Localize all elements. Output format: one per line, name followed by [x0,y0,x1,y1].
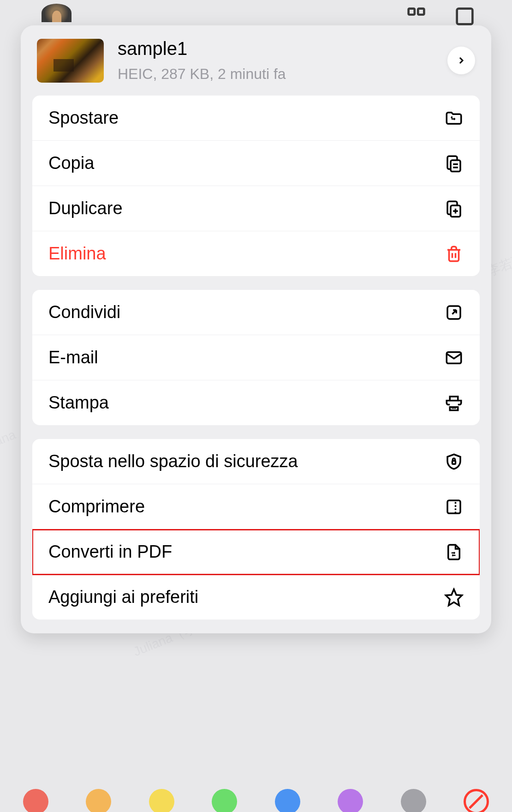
menu-label: Condividi [48,302,120,322]
color-tag-orange[interactable] [86,789,111,812]
svg-rect-1 [418,8,424,14]
menu-label: Elimina [48,244,106,264]
svg-rect-15 [447,500,460,513]
trash-icon [444,244,464,264]
menu-item-move-secure[interactable]: Sposta nello spazio di sicurezza [32,439,480,484]
svg-rect-14 [452,461,456,464]
menu-label: Comprimere [48,497,145,517]
color-tag-red[interactable] [23,789,48,812]
file-thumbnail [37,39,104,83]
compress-icon [444,497,464,517]
file-name: sample1 [118,38,434,59]
menu-label: Aggiungi ai preferiti [48,587,198,607]
menu-label: Stampa [48,393,109,413]
svg-rect-3 [451,160,460,172]
copy-icon [444,154,464,173]
menu-item-move[interactable]: Spostare [32,96,480,141]
menu-label: Duplicare [48,198,123,218]
star-icon [444,588,464,607]
menu-item-email[interactable]: E-mail [32,335,480,380]
share-icon [444,303,464,322]
svg-marker-20 [446,589,462,605]
chevron-right-icon [456,55,467,66]
menu-section-tools: Sposta nello spazio di sicurezza Comprim… [32,439,480,620]
menu-label: Copia [48,153,94,173]
svg-rect-0 [409,8,415,14]
color-tag-green[interactable] [212,789,237,812]
menu-label: E-mail [48,348,98,367]
svg-rect-2 [457,8,473,24]
file-header: sample1 HEIC, 287 KB, 2 minuti fa [21,25,491,96]
top-nav-bar [0,0,512,25]
grid-view-icon[interactable] [406,6,427,20]
color-tag-purple[interactable] [338,789,363,812]
menu-item-delete[interactable]: Elimina [32,231,480,276]
menu-section-file-ops: Spostare Copia Duplicare Elimina [32,96,480,276]
sort-down-icon[interactable] [454,6,475,20]
color-tag-yellow[interactable] [149,789,174,812]
color-tag-bar [23,780,489,812]
menu-label: Sposta nello spazio di sicurezza [48,451,298,471]
color-tag-gray[interactable] [401,789,426,812]
menu-item-convert-pdf[interactable]: Converti in PDF [32,529,480,575]
folder-move-icon [444,108,464,128]
file-details-button[interactable] [447,47,475,74]
menu-label: Converti in PDF [48,542,172,562]
context-menu-popup: sample1 HEIC, 287 KB, 2 minuti fa Sposta… [21,25,491,633]
color-tag-none[interactable] [464,789,489,812]
avatar[interactable] [42,4,71,22]
duplicate-icon [444,199,464,218]
menu-label: Spostare [48,108,119,128]
file-meta: HEIC, 287 KB, 2 minuti fa [118,66,434,83]
menu-item-copy[interactable]: Copia [32,141,480,186]
menu-item-favorite[interactable]: Aggiungi ai preferiti [32,575,480,620]
menu-section-share: Condividi E-mail Stampa [32,290,480,425]
menu-item-compress[interactable]: Comprimere [32,484,480,529]
menu-item-share[interactable]: Condividi [32,290,480,335]
color-tag-blue[interactable] [275,789,300,812]
menu-item-print[interactable]: Stampa [32,380,480,425]
convert-icon [444,542,464,562]
mail-icon [444,348,464,367]
shield-lock-icon [444,452,464,471]
menu-item-duplicate[interactable]: Duplicare [32,186,480,231]
printer-icon [444,393,464,413]
